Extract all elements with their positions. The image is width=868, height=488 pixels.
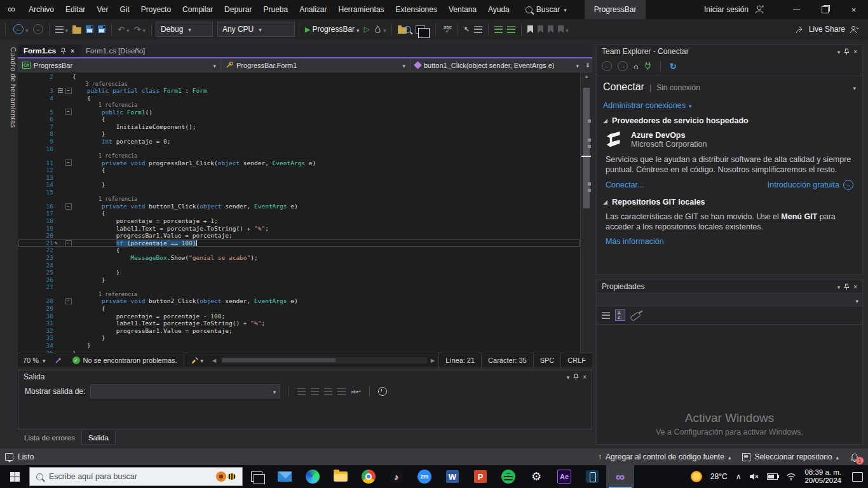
window-position-icon[interactable] (567, 372, 570, 381)
live-share-button[interactable]: Live Share (796, 25, 859, 34)
code-line[interactable]: 9 int porcentaje = 0; (18, 138, 580, 146)
mail-app-button[interactable] (271, 465, 299, 488)
navigate-forward-button[interactable]: → (31, 22, 45, 37)
code-line[interactable]: 14 } (18, 181, 580, 189)
code-line[interactable]: 7 InitializeComponent(); (18, 123, 580, 131)
intellicode-icon[interactable] (55, 356, 62, 364)
home-icon[interactable]: ⌂ (634, 62, 639, 71)
alphabetical-sort-icon[interactable]: AZ↓ (615, 309, 625, 321)
close-tab-icon[interactable]: × (71, 48, 74, 55)
code-line[interactable]: 26 } (18, 276, 580, 284)
code-line[interactable]: 18 porcentaje = porcentaje + 1; (18, 217, 580, 225)
manage-connections-link[interactable]: Administrar conexiones (603, 101, 856, 110)
spell-check-button[interactable]: abc✓ (442, 22, 454, 37)
minimize-button[interactable] (782, 0, 811, 19)
phone-link-app-button[interactable] (578, 465, 606, 488)
code-line[interactable]: 6 { (18, 116, 580, 123)
settings-app-button[interactable]: ⚙ (522, 465, 550, 488)
code-line[interactable]: 29 { (18, 305, 580, 313)
cleanup-broom-icon[interactable] (191, 356, 199, 365)
object-dropdown[interactable] (597, 293, 862, 306)
forward-arrow-icon[interactable]: → (618, 61, 628, 71)
start-button[interactable] (0, 465, 29, 488)
menu-item[interactable]: Archivo (23, 0, 60, 19)
undo-button[interactable]: ↶ (116, 22, 131, 37)
code-line[interactable]: 11 private void progressBar1_Click(objec… (18, 159, 580, 167)
menu-item[interactable]: Ayuda (482, 0, 515, 19)
refresh-icon[interactable]: ↻ (670, 62, 677, 71)
zoom-app-button[interactable]: zm (410, 465, 438, 488)
redo-button[interactable]: ↷ (132, 22, 147, 37)
toolbox-side-tab[interactable]: Cuadro de herramientas (0, 42, 17, 180)
wifi-icon[interactable] (786, 473, 796, 480)
start-without-debugging-button[interactable]: ▷ (362, 22, 372, 37)
menu-item[interactable]: Ver (91, 0, 114, 19)
menu-item[interactable]: Extensiones (390, 0, 443, 19)
spotify-app-button[interactable] (494, 465, 522, 488)
volume-muted-icon[interactable] (749, 473, 759, 480)
menu-item[interactable]: Compilar (177, 0, 219, 19)
tab-form1-designer[interactable]: Form1.cs [Diseño] (80, 44, 151, 57)
task-view-button[interactable] (243, 465, 271, 488)
codelens-row[interactable]: 3 referencias (18, 81, 580, 87)
problems-status[interactable]: No se encontraron problemas. (83, 356, 177, 364)
indent-mode-indicator[interactable]: SPC (533, 353, 561, 367)
scroll-left-icon[interactable]: ◀ (212, 358, 216, 363)
find-in-files-button[interactable] (396, 22, 413, 37)
team-explorer-header[interactable]: Team Explorer - Conectar × (597, 45, 862, 58)
codelens-row[interactable]: 1 referencia (18, 152, 580, 159)
hosted-providers-section[interactable]: Proveedores de servicio hospedado (603, 116, 856, 125)
code-line[interactable]: 30 porcentaje = porcentaje - 100; (18, 313, 580, 320)
project-dropdown[interactable]: C# ProgressBar (18, 58, 221, 72)
word-wrap-icon[interactable]: ab↩ (351, 389, 361, 395)
tab-error-list[interactable]: Lista de errores (18, 431, 81, 445)
code-line[interactable]: 23 MessageBox.Show("genial se acabo"); (18, 254, 580, 262)
back-arrow-icon[interactable]: ← (602, 61, 612, 71)
decrease-indent-button[interactable] (492, 22, 505, 37)
code-line[interactable]: 2{ (18, 73, 580, 81)
platform-dropdown[interactable]: Any CPU (217, 22, 295, 37)
menu-item[interactable]: Editar (60, 0, 91, 19)
code-line[interactable]: 24 (18, 262, 580, 269)
menu-item[interactable]: Proyecto (135, 0, 177, 19)
edge-app-button[interactable] (299, 465, 327, 488)
menu-item[interactable]: Git (114, 0, 135, 19)
save-all-button[interactable] (96, 22, 107, 37)
code-line[interactable]: 34 } (18, 342, 580, 349)
code-line[interactable]: 3 public partial class Form1 : Form (18, 87, 580, 95)
notifications-button[interactable]: 1 (850, 452, 859, 462)
pin-icon[interactable] (573, 374, 579, 381)
properties-header[interactable]: Propiedades × (597, 280, 862, 293)
code-line[interactable]: 17 { (18, 210, 580, 217)
output-source-dropdown[interactable] (90, 384, 280, 398)
sign-in-button[interactable]: Iniciar sesión (704, 5, 764, 14)
maximize-button[interactable] (811, 0, 839, 19)
next-bookmark-button[interactable] (546, 22, 555, 37)
code-line[interactable]: 13 (18, 174, 580, 182)
action-center-icon[interactable] (852, 472, 863, 482)
file-explorer-button[interactable] (327, 465, 355, 488)
code-line[interactable]: 20 progressBar1.Value = porcentaje; (18, 232, 580, 240)
save-button[interactable] (84, 22, 95, 37)
scroll-up-icon[interactable]: ▲ (581, 74, 592, 79)
categorized-icon[interactable] (602, 312, 610, 319)
temperature-label[interactable]: 28°C (710, 472, 728, 481)
code-line[interactable]: 33 } (18, 334, 580, 342)
code-line[interactable]: 8 } (18, 130, 580, 138)
menu-item[interactable]: Analizar (294, 0, 332, 19)
navigate-back-button[interactable]: ← (11, 22, 31, 37)
increase-indent-button[interactable] (505, 22, 517, 37)
menu-item[interactable]: Depurar (219, 0, 257, 19)
local-git-section[interactable]: Repositorios GIT locales (603, 198, 856, 207)
show-hidden-icons-chevron[interactable]: ∧ (736, 472, 742, 481)
connect-plug-icon[interactable] (644, 62, 651, 71)
section-dropdown-icon[interactable] (853, 83, 856, 92)
taskbar-search-input[interactable]: Escribe aquí para buscar (29, 467, 243, 486)
window-position-icon[interactable] (837, 47, 841, 56)
horizontal-scrollbar[interactable] (221, 357, 427, 363)
clock[interactable]: 08:39 a. m. 20/05/2024 (804, 468, 841, 485)
hot-reload-button[interactable] (372, 22, 388, 37)
code-line[interactable]: 21 if (porcentaje == 100) (18, 240, 580, 247)
zoom-dropdown[interactable]: 70 % (18, 353, 51, 367)
column-indicator[interactable]: Carácter: 35 (481, 353, 533, 367)
